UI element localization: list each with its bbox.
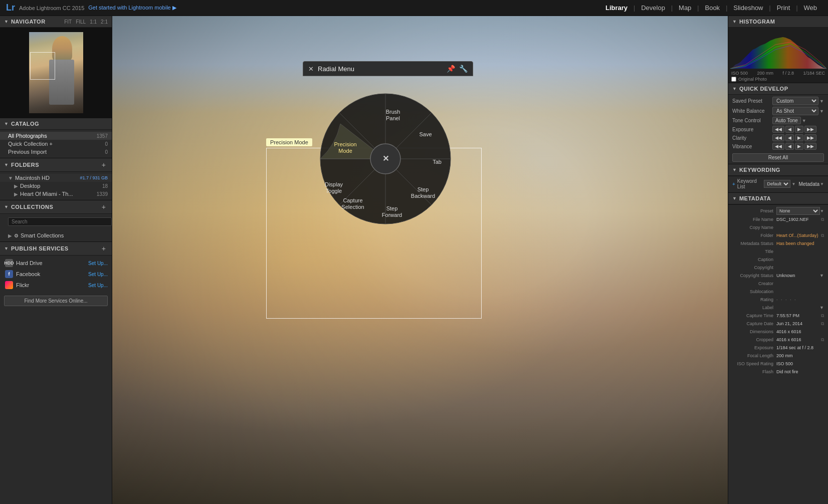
catalog-quick-collection[interactable]: Quick Collection + 0: [0, 140, 112, 148]
catalog-header[interactable]: ▼ Catalog: [0, 118, 112, 130]
metadata-label: Label ▼: [732, 304, 824, 311]
collections-search-area: [0, 214, 112, 229]
publish-services-title: Publish Services: [11, 245, 100, 251]
metadata-btn[interactable]: Metadata: [798, 181, 819, 187]
keyword-list-add[interactable]: +: [732, 181, 735, 187]
original-photo-checkbox[interactable]: [731, 77, 736, 82]
capture-time-edit[interactable]: ⧉: [821, 313, 824, 319]
folders-header[interactable]: ▼ Folders +: [0, 158, 112, 172]
keywording-title: Keywording: [739, 167, 824, 173]
clarity-dec-1[interactable]: ◀: [785, 134, 794, 141]
svg-text:Display: Display: [325, 181, 343, 187]
navigator-preview: [0, 28, 112, 118]
navigator-zoom-controls: FIT FILL 1:1 2:1: [64, 19, 108, 25]
publish-flickr[interactable]: Flickr Set Up...: [0, 280, 112, 291]
svg-text:Selection: Selection: [341, 204, 364, 210]
facebook-setup[interactable]: Set Up...: [88, 272, 108, 277]
zoom-2-1[interactable]: 2:1: [101, 19, 108, 25]
exposure-label: Exposure: [732, 127, 772, 132]
collections-add-btn[interactable]: +: [100, 203, 108, 211]
metadata-preset-select[interactable]: None: [776, 207, 820, 215]
metadata-title: Metadata: [739, 195, 824, 201]
nav-book[interactable]: Book: [700, 2, 725, 14]
find-more-services[interactable]: Find More Services Online...: [4, 296, 108, 306]
clarity-inc-1[interactable]: ▶: [795, 134, 803, 141]
svg-text:✕: ✕: [382, 154, 389, 163]
radial-close-btn[interactable]: ✕: [308, 65, 314, 73]
histogram-area: ISO 500 200 mm f / 2.8 1/184 SEC Origina…: [728, 28, 828, 83]
flickr-setup[interactable]: Set Up...: [88, 283, 108, 288]
metadata-folder: Folder Heart Of...(Saturday) ⧉: [732, 232, 824, 239]
folder-edit-icon[interactable]: ⧉: [821, 233, 824, 238]
metadata-iso: ISO Speed Rating ISO 500: [732, 360, 824, 367]
vibrance-inc-1[interactable]: ▶: [795, 143, 803, 150]
catalog-previous-import[interactable]: Previous Import 0: [0, 148, 112, 156]
filename-edit-icon[interactable]: ⧉: [821, 217, 824, 222]
exposure-inc-1[interactable]: ▶: [795, 126, 803, 133]
nav-library[interactable]: Library: [600, 2, 633, 14]
zoom-fill[interactable]: FILL: [76, 19, 86, 25]
metadata-header[interactable]: ▼ Metadata: [728, 193, 828, 204]
saved-preset-select[interactable]: Custom: [772, 97, 818, 105]
publish-hard-drive[interactable]: HDD Hard Drive Set Up...: [0, 258, 112, 269]
main-layout: ▼ Navigator FIT FILL 1:1 2:1 ▼ Catalog: [0, 16, 828, 504]
original-photo-row: Original Photo: [730, 76, 826, 82]
nav-develop[interactable]: Develop: [636, 2, 670, 14]
white-balance-select[interactable]: As Shot: [772, 107, 818, 115]
quick-develop-header[interactable]: ▼ Quick Develop: [728, 83, 828, 95]
collections-header[interactable]: ▼ Collections +: [0, 200, 112, 214]
zoom-1-1[interactable]: 1:1: [90, 19, 97, 25]
histogram-info: ISO 500 200 mm f / 2.8 1/184 SEC: [730, 70, 826, 76]
histogram-header[interactable]: ▼ Histogram: [728, 16, 828, 28]
catalog-items: All Photographs 1357 Quick Collection + …: [0, 130, 112, 158]
radial-pin-btn[interactable]: 📌: [447, 65, 455, 73]
capture-date-edit[interactable]: ⧉: [821, 321, 824, 327]
zoom-fit[interactable]: FIT: [64, 19, 72, 25]
vibrance-dec-2[interactable]: ◀◀: [772, 143, 784, 150]
metadata-copyname: Copy Name: [732, 224, 824, 231]
smart-collections[interactable]: ▶ ⚙ Smart Collections: [0, 231, 112, 239]
folder-heart-of-miami[interactable]: ▶ Heart Of Miami - Th... 1339: [6, 190, 112, 198]
white-balance-label: White Balance: [732, 108, 772, 114]
hard-drive-setup[interactable]: Set Up...: [88, 261, 108, 266]
catalog-title: Catalog: [11, 121, 108, 127]
nav-slideshow[interactable]: Slideshow: [728, 2, 768, 14]
publish-services-header[interactable]: ▼ Publish Services +: [0, 242, 112, 256]
metadata-creator: Creator: [732, 280, 824, 287]
vibrance-dec-1[interactable]: ◀: [785, 143, 794, 150]
collections-title: Collections: [11, 204, 100, 210]
keywording-section: + Keyword List Default ▼ Metadata ▼: [728, 176, 828, 192]
radial-wrench-btn[interactable]: 🔧: [459, 65, 468, 73]
vibrance-inc-2[interactable]: ▶▶: [804, 143, 816, 150]
clarity-inc-2[interactable]: ▶▶: [804, 134, 816, 141]
publish-services-add-btn[interactable]: +: [100, 244, 108, 253]
keyword-default-select[interactable]: Default: [764, 180, 790, 188]
collections-search-input[interactable]: [8, 217, 112, 226]
left-panel: ▼ Navigator FIT FILL 1:1 2:1 ▼ Catalog: [0, 16, 112, 504]
keywording-header[interactable]: ▼ Keywording: [728, 164, 828, 176]
metadata-preset-row: Preset None ▼: [732, 207, 824, 215]
preset-label: Preset: [732, 208, 776, 213]
publish-facebook[interactable]: f Facebook Set Up...: [0, 269, 112, 280]
folder-macintosh-hd[interactable]: ▼ Macintosh HD #1.7 / 931 GB: [0, 174, 112, 182]
reset-all-btn[interactable]: Reset All: [732, 153, 824, 162]
exposure-inc-2[interactable]: ▶▶: [804, 126, 816, 133]
catalog-all-photographs[interactable]: All Photographs 1357: [0, 132, 112, 140]
auto-tone-btn[interactable]: Auto Tone: [772, 117, 801, 124]
exposure-dec-2[interactable]: ◀◀: [772, 126, 784, 133]
folders-add-btn[interactable]: +: [100, 161, 108, 169]
folder-desktop[interactable]: ▶ Desktop 18: [6, 182, 112, 190]
radial-menu-title: Radial Menu: [318, 65, 443, 73]
folder-expand-icon: ▼: [8, 175, 13, 181]
exposure-dec-1[interactable]: ◀: [785, 126, 794, 133]
nav-map[interactable]: Map: [674, 2, 696, 14]
clarity-row: Clarity ◀◀ ◀ ▶ ▶▶: [732, 134, 824, 141]
svg-text:Toggle: Toggle: [326, 188, 342, 194]
nav-web[interactable]: Web: [799, 2, 822, 14]
metadata-cropped: Cropped 4016 x 6016 ⧉: [732, 336, 824, 343]
quick-develop-title: Quick Develop: [739, 86, 824, 92]
clarity-dec-2[interactable]: ◀◀: [772, 134, 784, 141]
cropped-edit[interactable]: ⧉: [821, 337, 824, 343]
nav-print[interactable]: Print: [772, 2, 795, 14]
navigator-header[interactable]: ▼ Navigator FIT FILL 1:1 2:1: [0, 16, 112, 28]
